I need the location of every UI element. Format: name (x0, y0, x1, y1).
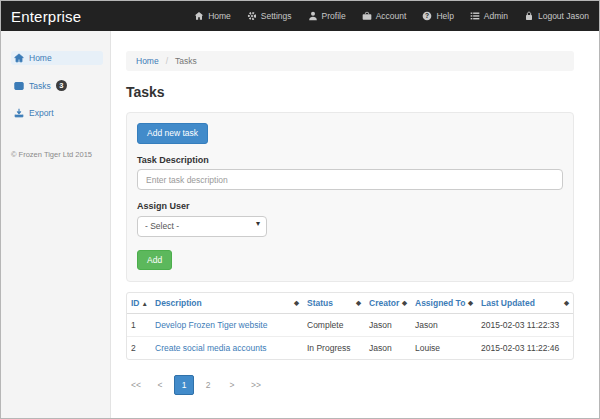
cell-assigned-to: Jason (411, 314, 477, 337)
sidebar-item-label: Export (29, 108, 54, 118)
top-navbar: Enterprise Home Settings Profile (1, 1, 599, 31)
sort-ascending-icon[interactable]: ▲ (142, 300, 148, 307)
pagination-last[interactable]: >> (246, 375, 266, 395)
nav-item-home[interactable]: Home (194, 11, 231, 21)
breadcrumb-current: Tasks (175, 56, 197, 66)
nav-item-label: Admin (484, 11, 508, 21)
column-header-id[interactable]: ID ▲ (127, 293, 151, 314)
home-icon (14, 53, 24, 63)
nav-item-admin[interactable]: Admin (470, 11, 508, 21)
table-row: 1 Develop Frozen Tiger website Complete … (127, 314, 573, 337)
nav-item-label: Account (376, 11, 407, 21)
cell-id: 1 (127, 314, 151, 337)
column-header-status[interactable]: Status ◆ (303, 293, 365, 314)
pagination-next[interactable]: > (222, 375, 242, 395)
sort-icon[interactable]: ◆ (356, 299, 361, 307)
sidebar: Home Tasks 3 Export © Frozen Tiger Ltd 2… (1, 31, 111, 419)
breadcrumb-home[interactable]: Home (136, 56, 159, 66)
nav-item-settings[interactable]: Settings (247, 11, 292, 21)
nav-item-label: Profile (322, 11, 346, 21)
user-icon (308, 11, 318, 21)
column-label: Description (155, 298, 202, 308)
tasks-count-badge: 3 (56, 80, 67, 91)
app-window: Enterprise Home Settings Profile (0, 0, 600, 419)
navbar-menu: Home Settings Profile Account (194, 11, 589, 21)
assign-user-select[interactable]: - Select - (137, 216, 267, 237)
list-icon (470, 11, 480, 21)
nav-item-account[interactable]: Account (362, 11, 407, 21)
column-header-last-updated[interactable]: Last Updated ◆ (477, 293, 573, 314)
column-header-description[interactable]: Description ◆ (151, 293, 303, 314)
add-task-panel: Add new task Task Description Assign Use… (126, 112, 574, 282)
help-circle-icon: ? (422, 11, 432, 21)
cell-last-updated: 2015-02-03 11:22:46 (477, 337, 573, 360)
task-link[interactable]: Develop Frozen Tiger website (155, 320, 267, 330)
copyright-text: © Frozen Tiger Ltd 2015 (11, 150, 110, 159)
cell-id: 2 (127, 337, 151, 360)
breadcrumb: Home / Tasks (126, 51, 574, 71)
briefcase-icon (362, 11, 372, 21)
nav-item-profile[interactable]: Profile (308, 11, 346, 21)
cell-creator: Jason (365, 337, 411, 360)
page-title: Tasks (126, 84, 574, 100)
sidebar-item-home[interactable]: Home (11, 51, 103, 65)
column-header-assigned-to[interactable]: Assigned To ◆ (411, 293, 477, 314)
download-icon (14, 108, 24, 118)
nav-item-label: Help (436, 11, 453, 21)
cell-creator: Jason (365, 314, 411, 337)
tasks-table: ID ▲ Description ◆ Status ◆ (127, 293, 573, 359)
pagination-first[interactable]: << (126, 375, 146, 395)
nav-item-label: Settings (261, 11, 292, 21)
table-row: 2 Create social media accounts In Progre… (127, 337, 573, 360)
sidebar-item-label: Tasks (29, 81, 51, 91)
column-label: Last Updated (481, 298, 535, 308)
gear-icon (247, 11, 257, 21)
task-description-label: Task Description (137, 155, 563, 165)
add-new-task-button[interactable]: Add new task (137, 123, 208, 144)
pagination-page-2[interactable]: 2 (198, 375, 218, 395)
lock-icon (524, 11, 534, 21)
sidebar-item-label: Home (29, 53, 52, 63)
add-button[interactable]: Add (137, 250, 172, 271)
column-label: ID (131, 298, 140, 308)
cell-last-updated: 2015-02-03 11:22:33 (477, 314, 573, 337)
column-label: Creator (369, 298, 399, 308)
sidebar-item-export[interactable]: Export (11, 106, 103, 120)
brand-logo[interactable]: Enterprise (11, 8, 81, 25)
nav-item-label: Home (208, 11, 231, 21)
column-label: Status (307, 298, 333, 308)
cell-assigned-to: Louise (411, 337, 477, 360)
sort-icon[interactable]: ◆ (294, 299, 299, 307)
table-icon (14, 81, 24, 91)
task-link[interactable]: Create social media accounts (155, 343, 267, 353)
home-icon (194, 11, 204, 21)
column-label: Assigned To (415, 298, 465, 308)
cell-status: Complete (303, 314, 365, 337)
pagination-page-1[interactable]: 1 (174, 375, 194, 395)
assign-user-select-wrap: - Select - (137, 215, 267, 237)
tasks-table-card: ID ▲ Description ◆ Status ◆ (126, 292, 574, 360)
pagination: << < 1 2 > >> (126, 375, 574, 395)
nav-item-label: Logout Jason (538, 11, 589, 21)
assign-user-label: Assign User (137, 201, 563, 211)
sidebar-item-tasks[interactable]: Tasks 3 (11, 78, 103, 93)
table-header-row: ID ▲ Description ◆ Status ◆ (127, 293, 573, 314)
pagination-prev[interactable]: < (150, 375, 170, 395)
main-content: Home / Tasks Tasks Add new task Task Des… (111, 31, 599, 419)
column-header-creator[interactable]: Creator ◆ (365, 293, 411, 314)
svg-text:?: ? (425, 12, 429, 19)
sort-icon[interactable]: ◆ (564, 299, 569, 307)
task-description-input[interactable] (137, 169, 563, 190)
nav-item-help[interactable]: ? Help (422, 11, 453, 21)
sort-icon[interactable]: ◆ (402, 299, 407, 307)
nav-item-logout[interactable]: Logout Jason (524, 11, 589, 21)
sort-icon[interactable]: ◆ (468, 299, 473, 307)
breadcrumb-separator: / (166, 56, 168, 66)
cell-status: In Progress (303, 337, 365, 360)
